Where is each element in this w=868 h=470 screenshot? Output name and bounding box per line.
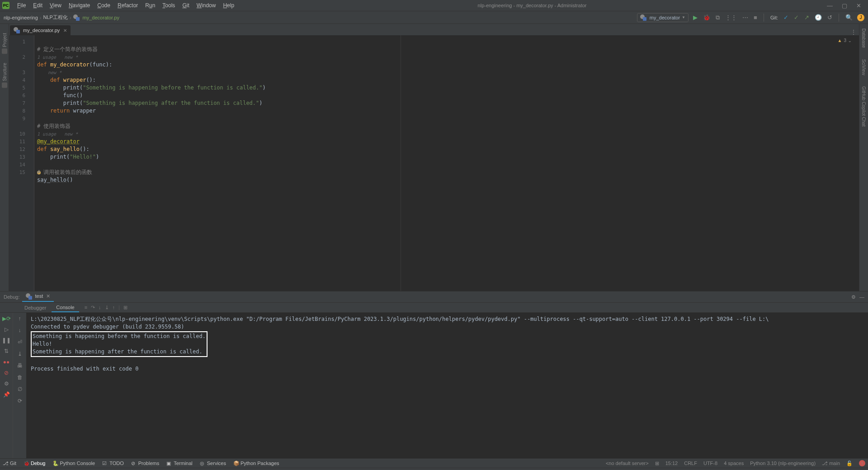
hide-panel-icon[interactable]: — [859,294,864,300]
rerun-icon[interactable]: ▶⟳ [2,315,11,322]
menu-tools[interactable]: Tools [159,1,178,10]
menu-help[interactable]: Help [220,1,237,10]
line-number[interactable]: 3 [9,69,25,76]
git-push-button[interactable]: ↗ [803,14,810,21]
git-pull-button[interactable]: ✓ [783,14,789,21]
status-server[interactable]: <no default server> [606,461,649,466]
project-toolwindow-button[interactable]: Project [2,33,7,54]
maximize-button[interactable]: ▢ [842,2,847,9]
line-number[interactable]: 8 [9,107,25,115]
minimize-button[interactable]: — [827,2,833,9]
database-toolwindow-button[interactable]: Database [861,28,866,48]
python-packages-button[interactable]: 📦Python Packages [233,461,279,466]
console-output[interactable]: L:\20230825_NLP工程化公众号\nlp-engineering\ve… [26,313,868,458]
terminal-button[interactable]: ▣Terminal [166,461,193,466]
resume-icon[interactable]: ▷ [5,326,9,333]
print-icon[interactable]: 🖶 [17,362,23,369]
caret-position[interactable]: 15:12 [665,461,678,466]
line-number[interactable]: 11 [9,138,25,146]
git-toolwindow-button[interactable]: ⎇Git [3,461,16,466]
avatar-icon[interactable]: J [857,14,864,21]
coverage-button[interactable]: ⧉ [715,14,721,21]
tab-my-decorator[interactable]: my_decorator.py ✕ [10,25,71,35]
view-breakpoints-icon[interactable]: ●● [3,359,10,365]
copilot-toolwindow-button[interactable]: GitHub Copilot Chat [861,86,866,127]
menu-window[interactable]: Window [193,1,219,10]
scroll-end-icon[interactable]: ⤓ [18,351,22,357]
menu-file[interactable]: File [14,1,29,10]
menu-git[interactable]: Git [179,1,192,10]
line-number[interactable]: 9 [9,115,25,122]
profile-button[interactable]: ⋮⋮ [724,14,738,21]
python-interpreter[interactable]: Python 3.10 (nlp-engineering) [750,461,816,466]
git-commit-button[interactable]: ✓ [793,14,800,21]
debug-settings-icon[interactable]: ⚙ [851,294,856,300]
up-icon[interactable]: ↑ [19,315,21,322]
menu-code[interactable]: Code [94,1,113,10]
line-number[interactable]: 1 [9,38,25,46]
structure-toolwindow-button[interactable]: Structure [2,63,7,88]
git-history-button[interactable]: 🕘 [814,14,823,21]
pin-icon[interactable]: 📌 [3,391,10,398]
menu-run[interactable]: Run [142,1,158,10]
run-button[interactable]: ▶ [692,14,698,21]
search-everywhere-button[interactable]: 🔍 [844,14,854,21]
line-number[interactable]: 2 [9,53,25,61]
tabs-overflow-icon[interactable]: ⋮ [851,29,856,35]
console-tab[interactable]: Console [52,303,79,312]
line-number[interactable]: 13 [9,153,25,161]
menu-view[interactable]: View [47,1,65,10]
run-configuration-select[interactable]: my_decorator ▼ [637,13,689,22]
stack-icon[interactable]: ⇅ [4,348,9,354]
services-button[interactable]: ◎Services [200,461,226,466]
line-number[interactable]: 15 [9,169,25,176]
menu-edit[interactable]: Edit [30,1,46,10]
tool-icon[interactable]: ≡ [85,305,87,310]
line-number[interactable]: 6 [9,92,25,99]
pause-icon[interactable]: ❚❚ [2,337,11,343]
debug-session-tab[interactable]: test ✕ [22,292,54,302]
step-into-my-icon[interactable]: ⤓ [105,305,109,310]
readonly-lock-icon[interactable]: 🔓 [846,461,853,466]
line-number[interactable]: 5 [9,84,25,92]
debug-button[interactable]: 🐞 [702,14,711,21]
close-tab-icon[interactable]: ✕ [63,28,67,33]
step-out-icon[interactable]: ↑ [113,305,115,310]
line-number[interactable]: 12 [9,146,25,153]
evaluate-icon[interactable]: ⊞ [123,305,127,310]
git-rollback-button[interactable]: ↺ [826,14,833,21]
code-editor[interactable]: # 定义一个简单的装饰器 1 usage new * def my_decora… [34,35,859,291]
line-number[interactable]: 10 [9,130,25,138]
line-number[interactable]: 14 [9,161,25,169]
todo-button[interactable]: ☑TODO [102,461,124,466]
breadcrumb-project[interactable]: nlp-engineering [4,15,38,20]
step-over-icon[interactable]: ↷ [91,305,95,310]
history-icon[interactable]: ⟳ [18,398,22,404]
menu-navigate[interactable]: Navigate [66,1,93,10]
step-into-icon[interactable]: ↓ [99,305,101,310]
problems-button[interactable]: ⊘Problems [131,461,159,466]
down-icon[interactable]: ↓ [19,327,21,334]
line-number[interactable]: 7 [9,99,25,107]
debugger-tab[interactable]: Debugger [20,304,51,312]
py-console-icon[interactable]: ∅ [18,386,22,392]
line-number[interactable]: 4 [9,76,25,84]
soft-wrap-icon[interactable]: ⏎ [18,339,22,345]
file-encoding[interactable]: UTF-8 [703,461,717,466]
menu-refactor[interactable]: Refactor [114,1,141,10]
more-run-button[interactable]: ⋯ [741,14,749,21]
clear-icon[interactable]: 🗑 [17,374,23,381]
close-icon[interactable]: ✕ [46,293,50,299]
settings-icon[interactable]: ⚙ [4,381,9,387]
breadcrumb-file[interactable]: my_decorator.py [83,15,119,20]
stop-button[interactable]: ■ [753,14,758,21]
close-button[interactable]: ✕ [856,2,861,9]
sciview-toolwindow-button[interactable]: SciView [861,59,866,75]
breadcrumb-folder[interactable]: NLP工程化 [43,14,68,21]
error-indicator-icon[interactable]: ! [859,460,865,466]
python-console-button[interactable]: 🐍Python Console [52,461,95,466]
mute-breakpoints-icon[interactable]: ⊘ [4,370,9,376]
debug-toolwindow-button[interactable]: 🐞Debug [24,461,45,466]
line-separator[interactable]: CRLF [684,461,697,466]
fold-gutter[interactable] [29,35,34,291]
